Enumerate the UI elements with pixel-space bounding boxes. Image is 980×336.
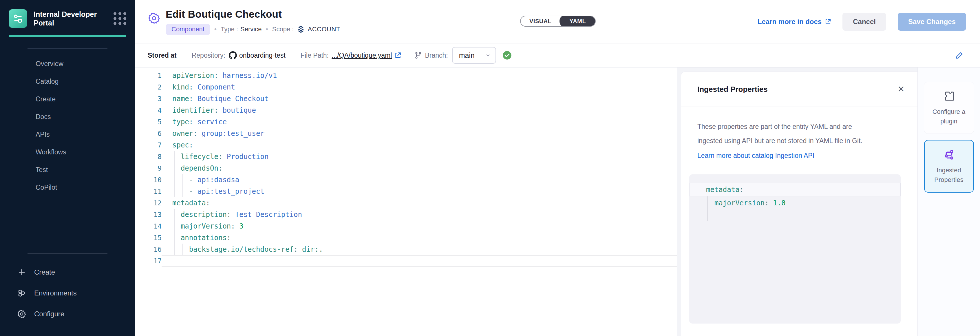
yaml-token-key: dir:.: [302, 245, 323, 253]
branch-select[interactable]: main: [452, 47, 496, 64]
yaml-token-num: 1.0: [773, 199, 785, 207]
rail-card-label: Configure a plugin: [926, 107, 972, 126]
yaml-line[interactable]: 11 - api:test_project: [135, 186, 677, 197]
sidebar-item-catalog[interactable]: Catalog: [0, 73, 135, 90]
yaml-token-key: metadata: [172, 199, 206, 207]
yaml-token-plain: [172, 153, 181, 161]
yaml-token-key: type: [172, 118, 189, 126]
yaml-token-plain: [172, 234, 181, 242]
yaml-editor[interactable]: 1apiVersion: harness.io/v12kind: Compone…: [135, 67, 677, 336]
yaml-line[interactable]: 7spec:: [135, 139, 677, 151]
brand-underline: [9, 35, 126, 37]
footer-divider: [27, 253, 107, 254]
file-path-link[interactable]: .../QA/boutique.yaml: [332, 51, 392, 59]
yaml-line[interactable]: 8 lifecycle: Production: [135, 151, 677, 162]
ingested-code-block: metadata: majorVersion: 1.0: [689, 174, 900, 323]
sidebar: Internal Developer Portal OverviewCatalo…: [0, 0, 135, 336]
yaml-line[interactable]: 10 - api:dasdsa: [135, 174, 677, 186]
close-icon[interactable]: ✕: [897, 85, 905, 94]
configure-plugin-card[interactable]: Configure a plugin: [924, 82, 974, 134]
entity-meta-row: Component • Type : Service • Scope : ACC…: [165, 24, 340, 35]
repository-value[interactable]: onboarding-test: [239, 51, 286, 59]
yaml-line[interactable]: 6owner: group:test_user: [135, 128, 677, 139]
file-path-label: File Path:: [301, 51, 329, 59]
yaml-line[interactable]: 12metadata:: [135, 197, 677, 209]
toggle-visual[interactable]: VISUAL: [521, 16, 560, 27]
ingested-yaml-line: metadata:: [689, 183, 900, 196]
sidebar-item-workflows[interactable]: Workflows: [0, 143, 135, 161]
yaml-line[interactable]: 17: [135, 255, 677, 267]
learn-more-docs-link[interactable]: Learn more in docs: [757, 18, 831, 26]
line-number: 11: [135, 188, 162, 195]
yaml-token-punc: :: [765, 199, 773, 207]
yaml-token-key: dependsOn: [181, 164, 218, 172]
yaml-token-key: identifier: [172, 106, 214, 115]
gear-icon: [17, 309, 27, 319]
yaml-token-punc: :: [227, 210, 235, 219]
app-switcher-icon[interactable]: [113, 12, 126, 25]
yaml-token-str: Test Description: [235, 210, 302, 219]
line-number: 1: [135, 72, 162, 80]
sidebar-item-docs[interactable]: Docs: [0, 108, 135, 126]
line-number: 4: [135, 107, 162, 114]
line-number: 15: [135, 234, 162, 242]
yaml-line[interactable]: 14 majorVersion: 3: [135, 220, 677, 232]
yaml-token-key: apiVersion: [172, 72, 214, 80]
yaml-token-str: api:test_project: [197, 188, 264, 196]
line-number: 8: [135, 153, 162, 161]
yaml-line[interactable]: 5type: service: [135, 116, 677, 128]
ingested-properties-card[interactable]: Ingested Properties: [924, 140, 974, 193]
sidebar-nav: OverviewCatalogCreateDocsAPIsWorkflowsTe…: [0, 55, 135, 196]
yaml-line[interactable]: 9 dependsOn:: [135, 162, 677, 174]
yaml-line[interactable]: 3name: Boutique Checkout: [135, 93, 677, 105]
branch-label: Branch:: [425, 51, 448, 59]
yaml-token-str: harness.io/v1: [223, 72, 277, 80]
cancel-button[interactable]: Cancel: [842, 13, 886, 31]
yaml-token-punc: -: [189, 176, 197, 184]
toggle-yaml[interactable]: YAML: [560, 16, 596, 27]
yaml-line[interactable]: 4identifier: boutique: [135, 105, 677, 116]
sidebar-item-apis[interactable]: APIs: [0, 126, 135, 143]
yaml-token-punc: -: [189, 188, 197, 196]
stored-at-label: Stored at: [148, 51, 177, 59]
yaml-line[interactable]: 1apiVersion: harness.io/v1: [135, 70, 677, 81]
save-changes-button[interactable]: Save Changes: [898, 13, 966, 31]
yaml-line[interactable]: 2kind: Component: [135, 81, 677, 93]
page-title: Edit Boutique Checkout: [165, 8, 340, 20]
yaml-token-punc: :: [214, 106, 223, 115]
line-number: 9: [135, 164, 162, 172]
yaml-token-num: 3: [239, 222, 243, 230]
yaml-line[interactable]: 13 description: Test Description: [135, 209, 677, 220]
stored-at-bar: Stored at Repository: onboarding-test Fi…: [135, 43, 980, 67]
indent-guide: [183, 244, 183, 255]
ingestion-api-link[interactable]: Learn more about catalog Ingestion API: [697, 148, 815, 163]
sidebar-item-create[interactable]: Create: [0, 90, 135, 108]
puzzle-icon: [943, 90, 955, 102]
line-number: 7: [135, 141, 162, 149]
yaml-token-key: lifecycle: [181, 153, 218, 161]
line-number: 2: [135, 83, 162, 91]
line-number: 12: [135, 199, 162, 207]
yaml-token-plain: [172, 245, 189, 253]
main-area: Edit Boutique Checkout Component • Type …: [135, 0, 980, 336]
sidebar-item-overview[interactable]: Overview: [0, 55, 135, 73]
yaml-token-plain: [172, 210, 181, 219]
sidebar-item-create[interactable]: Create: [0, 262, 135, 283]
edit-pencil-icon[interactable]: [955, 51, 964, 60]
entity-gear-icon: [148, 12, 161, 25]
app-logo[interactable]: [9, 9, 27, 28]
yaml-token-key: majorVersion: [714, 199, 765, 207]
sidebar-item-copilot[interactable]: CoPilot: [0, 179, 135, 196]
sidebar-item-configure[interactable]: Configure: [0, 304, 135, 325]
yaml-token-plain: [172, 222, 181, 230]
external-link-icon[interactable]: [394, 51, 402, 59]
yaml-token-punc: :: [189, 118, 197, 126]
yaml-token-plain: [706, 199, 714, 207]
sidebar-item-label: Environments: [34, 289, 77, 297]
sidebar-item-environments[interactable]: Environments: [0, 283, 135, 304]
chevron-down-icon: [485, 53, 491, 58]
yaml-line[interactable]: 16 backstage.io/techdocs-ref: dir:.: [135, 244, 677, 255]
yaml-line[interactable]: 15 annotations:: [135, 232, 677, 244]
yaml-token-punc: :: [231, 222, 239, 230]
sidebar-item-test[interactable]: Test: [0, 161, 135, 179]
